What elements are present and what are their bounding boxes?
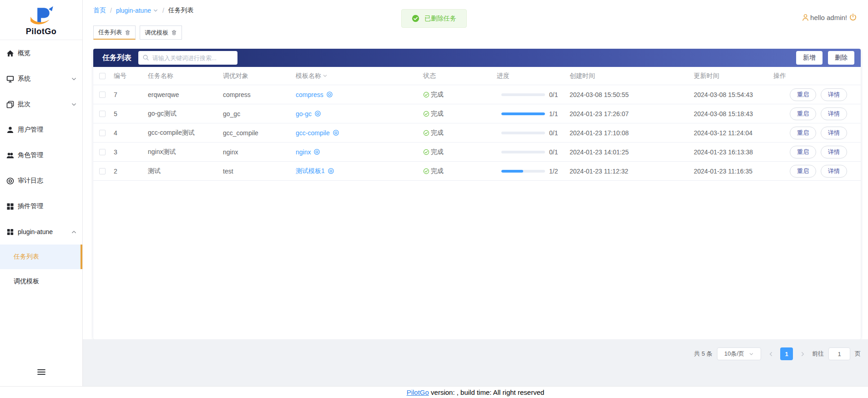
cell-task-name: go-gc测试 [148, 110, 223, 118]
restart-button[interactable]: 重启 [790, 146, 816, 158]
goto-page-input[interactable] [828, 347, 850, 360]
delete-button[interactable]: 删除 [828, 51, 854, 65]
progress-cell: 0/1 [497, 129, 570, 137]
restart-button[interactable]: 重启 [790, 88, 816, 101]
sidebar-item-label: 用户管理 [18, 126, 43, 134]
details-button[interactable]: 详情 [821, 165, 847, 178]
details-button[interactable]: 详情 [821, 107, 847, 120]
footer-pilotgo-link[interactable]: PilotGo [407, 388, 429, 396]
select-all-checkbox[interactable] [99, 73, 106, 79]
sidebar-item-plugin-atune[interactable]: plugin-atune [0, 219, 82, 245]
row-actions: 重启详情 [773, 127, 861, 139]
panel-actions: 新增 删除 [796, 51, 854, 65]
row-checkbox[interactable] [99, 149, 106, 155]
sidebar-subitem-tuning-template[interactable]: 调优模板 [0, 269, 82, 294]
progress-label: 0/1 [549, 129, 558, 137]
search-input[interactable] [138, 51, 237, 65]
column-header: 调优对象 [223, 72, 296, 80]
pilotgo-logo-icon [27, 5, 56, 26]
status-badge: 完成 [423, 110, 497, 118]
table-header: 编号任务名称调优对象模板名称状态进度创建时间更新时间操作 [93, 67, 861, 85]
next-page-button[interactable] [797, 347, 807, 360]
tab-tuning-template[interactable]: 调优模板 [140, 26, 182, 40]
sidebar-collapse-button[interactable] [37, 368, 46, 376]
sidebar-item-role-management[interactable]: 角色管理 [0, 143, 82, 168]
view-icon[interactable] [328, 168, 334, 174]
chevron-down-icon [71, 76, 77, 82]
template-link[interactable]: compress [296, 91, 333, 98]
cell-created: 2024-01-23 17:10:08 [570, 129, 694, 137]
column-header: 进度 [497, 72, 570, 80]
status-label: 完成 [431, 148, 444, 156]
column-header: 创建时间 [570, 72, 694, 80]
page-size-select[interactable]: 10条/页 [717, 347, 761, 360]
restart-button[interactable]: 重启 [790, 127, 816, 139]
progress-label: 1/2 [549, 168, 558, 175]
prev-page-button[interactable] [766, 347, 776, 360]
sidebar-item-batch[interactable]: 批次 [0, 92, 82, 117]
page-number-1[interactable]: 1 [780, 347, 793, 360]
trash-icon[interactable] [171, 30, 177, 36]
row-actions: 重启详情 [773, 88, 861, 101]
cell-target: go_gc [223, 110, 296, 117]
progress-track [501, 132, 545, 134]
sidebar-item-system[interactable]: 系统 [0, 66, 82, 92]
trash-icon[interactable] [125, 30, 131, 36]
search-icon [142, 54, 149, 61]
row-checkbox[interactable] [99, 111, 106, 117]
view-icon[interactable] [314, 110, 321, 117]
status-badge: 完成 [423, 129, 497, 137]
breadcrumb-item[interactable]: plugin-atune [116, 7, 158, 14]
add-button[interactable]: 新增 [796, 51, 823, 65]
template-link[interactable]: nginx [296, 148, 320, 156]
details-button[interactable]: 详情 [821, 127, 847, 139]
row-checkbox[interactable] [99, 92, 106, 98]
status-badge: 完成 [423, 91, 497, 99]
table-row: 4gcc-compile测试gcc_compilegcc-compile完成0/… [93, 123, 861, 143]
breadcrumb-separator: / [110, 7, 112, 14]
sidebar-item-overview[interactable]: 概览 [0, 41, 82, 66]
tab-task-list[interactable]: 任务列表 [93, 26, 136, 40]
sidebar-item-user-management[interactable]: 用户管理 [0, 117, 82, 143]
sort-caret-icon[interactable] [323, 73, 328, 78]
view-icon[interactable] [333, 129, 339, 136]
content-area: 任务列表 新增 删除 编号任务名称调优对象模板名称状态进度创建时间更新时间操作 … [83, 49, 868, 339]
cell-target: test [223, 168, 296, 175]
table-row: 3nginx测试nginxnginx完成0/12024-01-23 14:01:… [93, 143, 861, 162]
sidebar-item-plugin-management[interactable]: 插件管理 [0, 194, 82, 219]
column-header-label: 操作 [773, 72, 786, 80]
template-link-label: compress [296, 91, 323, 98]
template-link[interactable]: gcc-compile [296, 129, 339, 137]
breadcrumb: 首页/plugin-atune/任务列表 [93, 6, 194, 15]
column-header-label: 更新时间 [694, 72, 719, 80]
view-icon[interactable] [326, 91, 333, 98]
restart-button[interactable]: 重启 [790, 165, 816, 178]
row-checkbox[interactable] [99, 168, 106, 174]
sidebar-subitem-label: 调优模板 [14, 277, 39, 286]
view-icon[interactable] [313, 148, 320, 155]
row-checkbox[interactable] [99, 130, 106, 136]
restart-button[interactable]: 重启 [790, 107, 816, 120]
sidebar-item-audit-log[interactable]: 审计日志 [0, 168, 82, 194]
template-link[interactable]: 测试模板1 [296, 167, 334, 175]
template-link[interactable]: go-gc [296, 110, 321, 117]
cell-id: 2 [114, 168, 148, 175]
progress-label: 1/1 [549, 110, 558, 117]
cell-created: 2024-01-23 17:26:07 [570, 110, 694, 117]
breadcrumb-item[interactable]: 首页 [93, 6, 106, 15]
progress-cell: 0/1 [497, 91, 570, 98]
status-label: 完成 [431, 110, 444, 118]
power-icon[interactable] [849, 13, 857, 21]
details-button[interactable]: 详情 [821, 88, 847, 101]
details-button[interactable]: 详情 [821, 146, 847, 158]
search-box [138, 51, 237, 65]
footer-text: version: , build time: All right reserve… [429, 388, 544, 396]
pagination-total: 共 5 条 [694, 350, 712, 358]
check-circle-icon [423, 92, 429, 98]
sidebar-subitem-task-list[interactable]: 任务列表 [0, 245, 82, 269]
chevron-down-icon [71, 102, 77, 107]
audit-icon [6, 177, 14, 185]
cell-task-name: gcc-compile测试 [148, 129, 223, 137]
progress-label: 0/1 [549, 91, 558, 98]
cell-updated: 2024-03-08 15:54:43 [694, 91, 773, 98]
